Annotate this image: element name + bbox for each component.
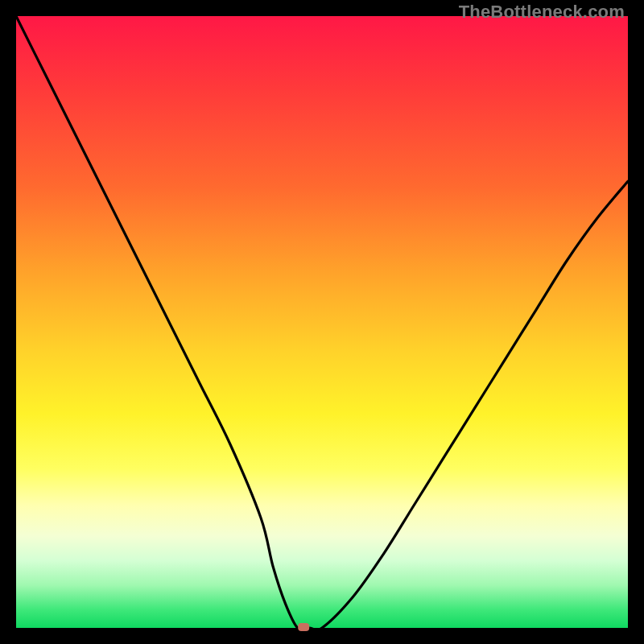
chart-svg [16, 16, 628, 628]
watermark-text: TheBottleneck.com [459, 2, 625, 23]
optimal-marker [298, 623, 309, 631]
bottleneck-curve-line [16, 16, 628, 630]
